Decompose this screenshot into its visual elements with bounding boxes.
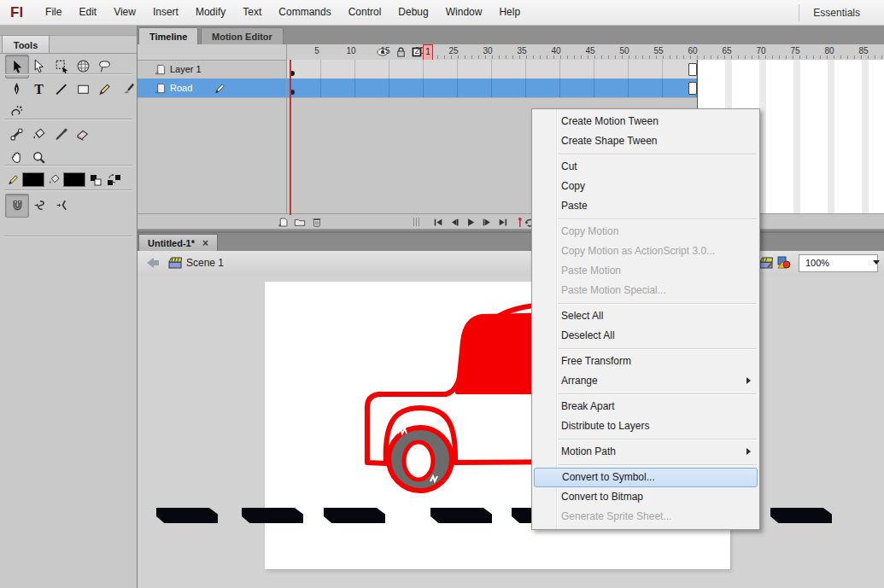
menu-item-arrange[interactable]: Arrange: [533, 371, 758, 391]
layer-row-layer1[interactable]: Layer 1: [137, 60, 286, 79]
statusbar-grip[interactable]: [413, 218, 419, 226]
black-and-white-icon[interactable]: [91, 175, 101, 185]
road-dash[interactable]: [770, 508, 832, 523]
step-forward-button[interactable]: [480, 216, 494, 228]
menu-help[interactable]: Help: [490, 0, 529, 25]
play-button[interactable]: [464, 216, 477, 228]
menu-debug[interactable]: Debug: [389, 0, 436, 25]
layer1-frame-span[interactable]: [287, 60, 697, 79]
menu-item-break-apart[interactable]: Break Apart: [533, 397, 758, 416]
bone-tool[interactable]: [5, 123, 27, 145]
new-folder-button[interactable]: [293, 216, 307, 228]
selection-tool[interactable]: [5, 55, 29, 79]
playhead-frame-indicator[interactable]: 1: [423, 44, 433, 61]
menu-window[interactable]: Window: [437, 0, 491, 25]
menu-item-label: Create Shape Tween: [561, 135, 658, 147]
menu-item-create-motion-tween[interactable]: Create Motion Tween: [533, 112, 758, 131]
breadcrumb-scene[interactable]: Scene 1: [186, 257, 224, 269]
document-tab[interactable]: Untitled-1* ×: [138, 234, 218, 252]
goto-first-frame-button[interactable]: [431, 216, 445, 228]
tools-separator: [4, 119, 132, 119]
menu-file[interactable]: File: [37, 0, 70, 25]
timeline-pane-divider[interactable]: [286, 44, 287, 213]
pencil-tool[interactable]: [93, 78, 115, 100]
goto-last-frame-button[interactable]: [496, 216, 510, 228]
tab-motion-editor[interactable]: Motion Editor: [201, 27, 284, 45]
menu-view[interactable]: View: [105, 0, 144, 25]
menu-modify[interactable]: Modify: [187, 0, 234, 25]
road-frame-span-selected[interactable]: [287, 79, 697, 98]
text-tool-icon: T: [32, 82, 46, 96]
road-dash[interactable]: [430, 508, 492, 523]
bone-tool-icon: [9, 127, 24, 142]
swap-colors-icon[interactable]: [108, 174, 120, 185]
hand-tool-icon: [9, 150, 24, 165]
step-back-button[interactable]: [448, 216, 461, 228]
menu-item-distribute-to-layers[interactable]: Distribute to Layers: [533, 416, 758, 436]
line-tool[interactable]: [50, 78, 72, 100]
menu-commands[interactable]: Commands: [270, 0, 339, 25]
lock-layers-icon[interactable]: [395, 46, 407, 58]
menu-item-free-transform[interactable]: Free Transform: [533, 352, 758, 371]
layer-name[interactable]: Road: [170, 83, 192, 93]
scene-clapboard-icon: [167, 255, 183, 270]
menu-item-motion-path[interactable]: Motion Path: [533, 442, 758, 462]
road-dash[interactable]: [324, 508, 385, 523]
road-dash[interactable]: [156, 508, 218, 523]
straighten-tool[interactable]: [51, 194, 73, 216]
menu-item-label: Free Transform: [561, 355, 631, 367]
eraser-tool[interactable]: [71, 123, 93, 145]
snap-to-objects-tool-icon: [10, 199, 25, 213]
menu-item-deselect-all[interactable]: Deselect All: [533, 326, 758, 346]
stroke-color-swatch[interactable]: [22, 172, 44, 187]
menu-item-cut[interactable]: Cut: [533, 157, 758, 177]
pen-tool[interactable]: [5, 78, 27, 100]
edit-scene-icon[interactable]: [758, 255, 774, 270]
new-layer-button[interactable]: [276, 216, 290, 228]
layer-page-icon: [154, 82, 167, 95]
menu-item-create-shape-tween[interactable]: Create Shape Tween: [533, 131, 758, 151]
ruler-frame-number: 10: [342, 46, 360, 55]
line-tool-icon: [54, 82, 68, 96]
zoom-dropdown-arrow-icon[interactable]: [873, 260, 880, 265]
layer-name[interactable]: Layer 1: [170, 64, 202, 74]
workspace-switcher[interactable]: Essentials: [813, 7, 860, 19]
menu-control[interactable]: Control: [340, 0, 390, 25]
road-span-end-marker[interactable]: [688, 82, 697, 95]
road-dash[interactable]: [242, 508, 303, 523]
smooth-tool[interactable]: [29, 194, 51, 216]
menu-item-copy[interactable]: Copy: [533, 177, 758, 196]
menu-item-select-all[interactable]: Select All: [533, 306, 758, 326]
tools-panel-tab[interactable]: Tools: [2, 35, 50, 54]
back-button[interactable]: [147, 258, 154, 268]
context-menu-separator: [559, 348, 757, 349]
menu-item-label: Paste Motion Special...: [561, 284, 666, 296]
text-tool[interactable]: T: [27, 78, 50, 100]
edit-symbols-icon[interactable]: [776, 254, 792, 271]
menu-insert[interactable]: Insert: [144, 0, 187, 25]
snap-to-objects-tool[interactable]: [5, 194, 29, 218]
fill-color-swatch[interactable]: [63, 172, 85, 187]
rectangle-tool[interactable]: [72, 78, 94, 100]
car-drawing[interactable]: [137, 275, 884, 588]
menu-item-convert-to-symbol[interactable]: Convert to Symbol...: [534, 468, 758, 487]
menu-item-paste[interactable]: Paste: [533, 196, 758, 216]
eyedropper-tool[interactable]: [50, 123, 72, 145]
menu-item-convert-to-bitmap[interactable]: Convert to Bitmap: [533, 487, 758, 507]
timeline-tabbar: Timeline Motion Editor: [137, 25, 884, 45]
brush-tool[interactable]: [116, 78, 138, 100]
tab-timeline[interactable]: Timeline: [138, 27, 198, 45]
svg-text:T: T: [34, 82, 44, 96]
close-document-icon[interactable]: ×: [202, 239, 208, 247]
flash-logo-icon: Fl: [10, 4, 23, 21]
menu-edit[interactable]: Edit: [70, 0, 105, 25]
menu-text[interactable]: Text: [234, 0, 270, 25]
layer-row-road[interactable]: Road: [137, 79, 286, 98]
paint-bucket-tool[interactable]: [27, 123, 50, 145]
layer1-span-end-marker[interactable]: [688, 63, 697, 76]
delete-layer-button[interactable]: [310, 216, 324, 228]
menu-item-generate-sprite-sheet: Generate Sprite Sheet...: [533, 507, 758, 527]
playhead-line[interactable]: [290, 60, 291, 215]
stage-zoom-input[interactable]: 100%: [799, 254, 878, 272]
car-hub: [404, 442, 433, 480]
